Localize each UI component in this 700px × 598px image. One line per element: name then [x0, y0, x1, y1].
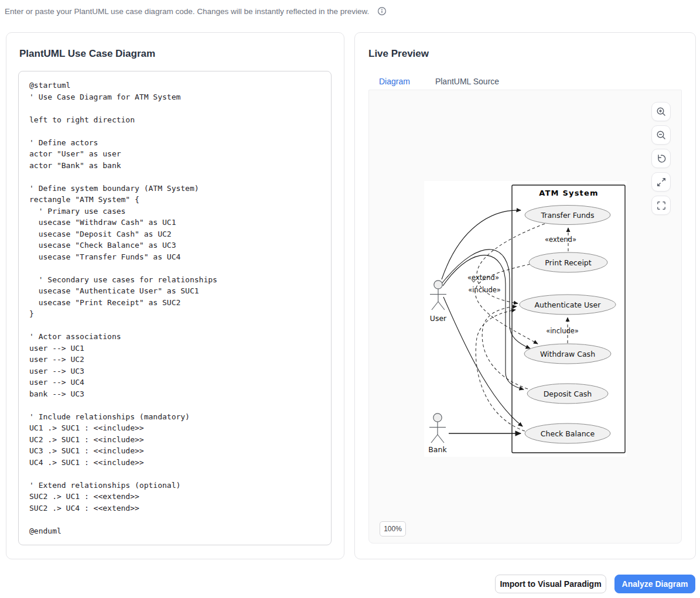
page-instruction: Enter or paste your PlantUML use case di… — [5, 6, 387, 16]
editor-panel: PlantUML Use Case Diagram @startuml ' Us… — [6, 32, 344, 559]
analyze-diagram-button[interactable]: Analyze Diagram — [614, 575, 695, 593]
usecase-diagram-svg: ATM System — [424, 181, 627, 457]
diagram-preview-area[interactable]: ATM System — [368, 90, 682, 544]
zoom-out-icon — [655, 129, 667, 141]
zoom-level-badge: 100% — [380, 521, 406, 537]
usecase-label: Check Balance — [541, 429, 595, 438]
reset-view-icon — [655, 153, 667, 165]
preview-panel: Live Preview Diagram PlantUML Source — [354, 32, 696, 559]
include-label-left: «include» — [468, 286, 501, 294]
preview-panel-title: Live Preview — [368, 48, 429, 60]
plantuml-code-editor[interactable]: @startuml ' Use Case Diagram for ATM Sys… — [19, 71, 331, 545]
zoom-out-button[interactable] — [651, 125, 671, 145]
extend-label-vertical: «extend» — [545, 235, 576, 244]
code-editor-box: @startuml ' Use Case Diagram for ATM Sys… — [18, 71, 332, 545]
extend-label-left: «extend» — [467, 274, 499, 282]
fit-to-screen-icon — [655, 200, 667, 211]
maximize-button[interactable] — [651, 172, 671, 192]
usecase-label: Print Receipt — [545, 258, 592, 267]
usecase-label: Withdraw Cash — [540, 350, 595, 358]
zoom-in-icon — [655, 106, 667, 118]
usecase-label: Transfer Funds — [540, 211, 594, 220]
preview-toolbar — [651, 102, 671, 215]
include-label-vertical: «include» — [546, 327, 579, 335]
import-to-visual-paradigm-button[interactable]: Import to Visual Paradigm — [495, 575, 606, 593]
system-boundary-title: ATM System — [539, 189, 599, 197]
actor-bank — [429, 414, 446, 443]
usecase-label: Deposit Cash — [544, 389, 592, 398]
system-boundary-rect — [512, 185, 625, 453]
usecase-label: Authenticate User — [535, 300, 602, 309]
zoom-in-button[interactable] — [651, 102, 671, 121]
actor-user-label: User — [430, 314, 447, 323]
maximize-icon — [655, 176, 667, 188]
info-circle-icon[interactable] — [377, 6, 387, 16]
instruction-text: Enter or paste your PlantUML use case di… — [5, 7, 369, 16]
editor-panel-title: PlantUML Use Case Diagram — [19, 48, 155, 60]
uml-diagram-canvas[interactable]: ATM System — [424, 181, 627, 457]
reset-view-button[interactable] — [651, 149, 671, 168]
fit-to-screen-button[interactable] — [651, 196, 671, 215]
actor-bank-label: Bank — [428, 445, 447, 454]
